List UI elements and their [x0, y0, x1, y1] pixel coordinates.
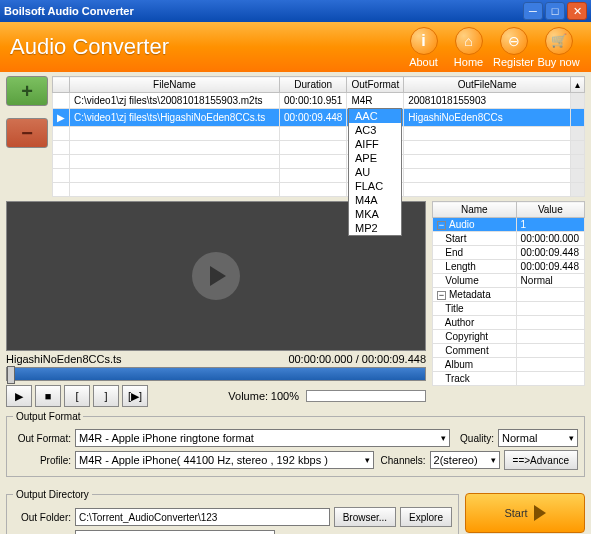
key-icon: ⊖: [500, 27, 528, 55]
property-row[interactable]: Title: [433, 302, 585, 316]
dropdown-option[interactable]: MKA: [349, 207, 401, 221]
volume-label: Volume: 100%: [228, 390, 299, 402]
table-row[interactable]: [53, 183, 585, 197]
quality-label: Quality:: [454, 433, 494, 444]
minimize-button[interactable]: ─: [523, 2, 543, 20]
stop-button[interactable]: ■: [35, 385, 61, 407]
cart-icon: 🛒: [545, 27, 573, 55]
dropdown-option[interactable]: MP2: [349, 221, 401, 235]
table-row[interactable]: C:\video1\zj files\ts\20081018155903.m2t…: [53, 93, 585, 109]
dropdown-option[interactable]: M4A: [349, 193, 401, 207]
out-format-select[interactable]: M4R - Apple iPhone ringtone format: [75, 429, 450, 447]
property-row[interactable]: VolumeNormal: [433, 274, 585, 288]
property-row[interactable]: Album: [433, 358, 585, 372]
table-row[interactable]: [53, 169, 585, 183]
window-title: Boilsoft Audio Converter: [4, 5, 521, 17]
preview-filename: HigashiNoEden8CCs.ts: [6, 353, 122, 365]
home-icon: ⌂: [455, 27, 483, 55]
dropdown-option[interactable]: AC3: [349, 123, 401, 137]
table-row[interactable]: [53, 141, 585, 155]
file-table[interactable]: FileName Duration OutFormat OutFileName …: [52, 76, 585, 197]
scrollbar-up[interactable]: ▴: [571, 77, 585, 93]
remove-file-button[interactable]: −: [6, 118, 48, 148]
start-button[interactable]: Start: [465, 493, 585, 533]
outformat-dropdown[interactable]: AACAC3AIFFAPEAUFLACM4AMKAMP2: [348, 108, 402, 236]
channels-label: Channels:: [378, 455, 426, 466]
home-button[interactable]: ⌂ Home: [446, 27, 491, 68]
col-filename[interactable]: FileName: [70, 77, 280, 93]
titlebar: Boilsoft Audio Converter ─ □ ✕: [0, 0, 591, 22]
explore-button[interactable]: Explore: [400, 507, 452, 527]
register-button[interactable]: ⊖ Register: [491, 27, 536, 68]
close-button[interactable]: ✕: [567, 2, 587, 20]
browser-button[interactable]: Browser...: [334, 507, 396, 527]
quality-select[interactable]: Normal: [498, 429, 578, 447]
channels-select[interactable]: 2(stereo): [430, 451, 500, 469]
output-format-group: Output Format Out Format: M4R - Apple iP…: [6, 411, 585, 477]
out-folder-label: Out Folder:: [13, 512, 71, 523]
out-folder-input[interactable]: [75, 508, 330, 526]
next-mark-button[interactable]: [▶]: [122, 385, 148, 407]
property-row[interactable]: Length00:00:09.448: [433, 260, 585, 274]
col-outfilename[interactable]: OutFileName: [404, 77, 571, 93]
mark-in-button[interactable]: [: [64, 385, 90, 407]
property-row[interactable]: Author: [433, 316, 585, 330]
profile-select[interactable]: M4R - Apple iPhone( 44100 Hz, stereo , 1…: [75, 451, 374, 469]
property-row[interactable]: Comment: [433, 344, 585, 358]
col-prop-value[interactable]: Value: [516, 202, 584, 218]
app-header: Audio Converter i About ⌂ Home ⊖ Registe…: [0, 22, 591, 72]
add-file-button[interactable]: +: [6, 76, 48, 106]
play-overlay-icon[interactable]: [192, 252, 240, 300]
profile-label: Profile:: [13, 455, 71, 466]
seek-slider[interactable]: [6, 367, 426, 381]
out-format-label: Out Format:: [13, 433, 71, 444]
seek-thumb[interactable]: [7, 366, 15, 384]
table-row[interactable]: [53, 127, 585, 141]
property-row[interactable]: −Metadata: [433, 288, 585, 302]
dropdown-option[interactable]: APE: [349, 151, 401, 165]
preview-time: 00:00:00.000 / 00:00:09.448: [288, 353, 426, 365]
mark-out-button[interactable]: ]: [93, 385, 119, 407]
property-row[interactable]: Copyright: [433, 330, 585, 344]
info-icon: i: [410, 27, 438, 55]
properties-panel: Name Value −Audio1 Start00:00:00.000 End…: [432, 201, 585, 407]
col-duration[interactable]: Duration: [280, 77, 347, 93]
play-button[interactable]: ▶: [6, 385, 32, 407]
dropdown-option[interactable]: AAC: [349, 109, 401, 123]
app-title: Audio Converter: [10, 34, 401, 60]
table-row[interactable]: ▶C:\video1\zj files\ts\HigashiNoEden8CCs…: [53, 109, 585, 127]
if-exist-select[interactable]: Prompt whether to replace: [75, 530, 275, 534]
about-button[interactable]: i About: [401, 27, 446, 68]
table-row[interactable]: [53, 155, 585, 169]
property-row[interactable]: Track: [433, 372, 585, 386]
dropdown-option[interactable]: AU: [349, 165, 401, 179]
advance-button[interactable]: ==>Advance: [504, 450, 578, 470]
output-directory-group: Output Directory Out Folder: Browser... …: [6, 489, 459, 534]
property-row[interactable]: Start00:00:00.000: [433, 232, 585, 246]
buy-now-button[interactable]: 🛒 Buy now: [536, 27, 581, 68]
property-row[interactable]: −Audio1: [433, 218, 585, 232]
maximize-button[interactable]: □: [545, 2, 565, 20]
volume-slider[interactable]: [306, 390, 426, 402]
property-row[interactable]: End00:00:09.448: [433, 246, 585, 260]
dropdown-option[interactable]: FLAC: [349, 179, 401, 193]
col-outformat[interactable]: OutFormat: [347, 77, 404, 93]
dropdown-option[interactable]: AIFF: [349, 137, 401, 151]
col-prop-name[interactable]: Name: [433, 202, 517, 218]
